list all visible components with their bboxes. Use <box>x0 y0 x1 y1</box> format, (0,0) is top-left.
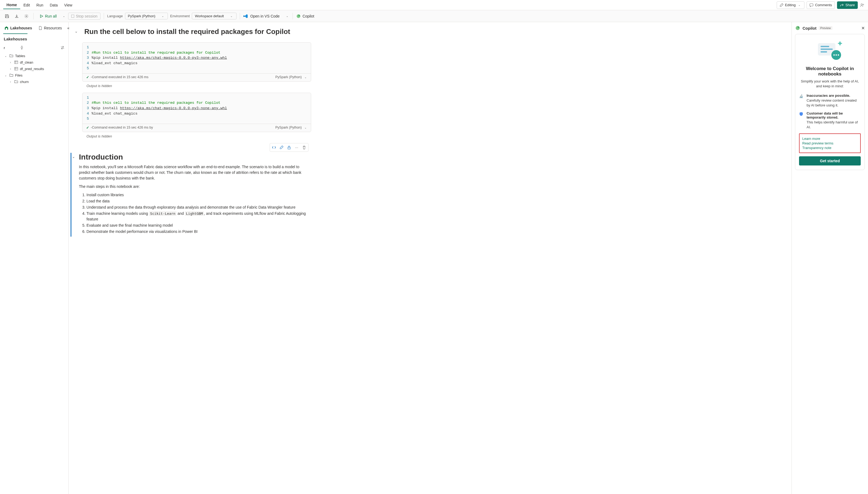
edit-cell-button[interactable] <box>278 144 285 151</box>
output-hidden-label[interactable]: Output is hidden <box>86 84 311 88</box>
sidebar-tab-resources[interactable]: Resources <box>37 24 63 32</box>
vscode-label: Open in VS Code <box>250 14 280 18</box>
collapse-cell-button[interactable]: ⌄ <box>75 29 78 37</box>
menu-edit[interactable]: Edit <box>20 1 33 9</box>
code-content[interactable]: #Run this cell to install the required p… <box>92 45 227 71</box>
close-copilot-button[interactable]: ✕ <box>861 25 865 31</box>
chevron-down-icon: ⌄ <box>797 3 802 6</box>
delete-cell-button[interactable] <box>301 144 308 151</box>
comments-button[interactable]: Comments <box>807 1 835 9</box>
tree-df-clean[interactable]: › df_clean <box>2 59 66 65</box>
status-text: -Command executed in 15 sec 426 ms <box>91 75 149 79</box>
tree-df-pred[interactable]: › df_pred_results <box>2 65 66 72</box>
status-text: -Command executed in 15 sec 426 ms by <box>91 126 153 129</box>
comments-label: Comments <box>815 3 832 7</box>
learn-more-link[interactable]: Learn more <box>802 137 857 141</box>
cell-language[interactable]: PySpark (Python) <box>275 75 302 79</box>
svg-point-18 <box>837 54 839 56</box>
run-all-button[interactable]: Run all <box>37 13 60 19</box>
shield-icon <box>799 111 804 129</box>
expand-icon: ⌄ <box>4 54 7 57</box>
copilot-panel: Copilot Preview ✕ Welcome to Copilot in … <box>791 22 868 494</box>
md-heading: Run the cell below to install the requir… <box>84 27 290 36</box>
expand-icon: › <box>8 61 13 64</box>
open-vscode-button[interactable]: Open in VS Code ⌄ <box>243 14 289 19</box>
expand-icon: › <box>8 68 13 70</box>
comment-icon <box>810 3 813 7</box>
settings-button[interactable] <box>23 13 30 20</box>
share-icon <box>840 3 844 7</box>
swap-icon[interactable] <box>60 45 65 50</box>
output-hidden-label[interactable]: Output is hidden <box>86 134 311 138</box>
svg-point-2 <box>863 4 864 5</box>
notebook-area[interactable]: ⌄ Run the cell below to install the requ… <box>69 22 791 494</box>
copilot-welcome-title: Welcome to Copilot in notebooks <box>799 66 861 77</box>
menu-home[interactable]: Home <box>3 1 20 9</box>
lakehouse-icon <box>4 26 8 30</box>
copilot-illustration <box>799 39 861 63</box>
tree-churn[interactable]: › churn <box>2 78 66 85</box>
collapse-cell-button[interactable]: ⌄ <box>72 154 75 236</box>
more-cell-button[interactable]: ··· <box>293 144 300 151</box>
share-button[interactable]: Share <box>837 1 858 9</box>
folder-icon <box>9 54 14 58</box>
pencil-icon <box>780 3 784 7</box>
copilot-links-box: Learn more Read preview terms Transparen… <box>799 133 861 153</box>
svg-point-1 <box>861 3 862 5</box>
download-button[interactable] <box>13 13 20 20</box>
svg-point-16 <box>833 54 834 56</box>
chevron-down-icon[interactable]: ⌄ <box>303 76 308 79</box>
tree-files[interactable]: ⌄ Files <box>2 72 66 78</box>
item-body: Carefully review content created by AI b… <box>807 98 857 107</box>
copilot-icon <box>296 14 301 19</box>
tab-label: Resources <box>44 26 62 30</box>
sidebar-filter-input[interactable] <box>4 46 17 50</box>
code-cell[interactable]: 12345 #Run this cell to install the requ… <box>82 93 311 132</box>
lock-cell-button[interactable] <box>285 144 293 151</box>
tree-label: churn <box>20 80 29 84</box>
expand-icon: › <box>8 80 13 83</box>
svg-rect-4 <box>72 15 74 18</box>
editing-label: Editing <box>785 3 796 7</box>
check-icon: ✓ <box>86 126 89 130</box>
code-cell[interactable]: 12345 #Run this cell to install the requ… <box>82 42 311 82</box>
transparency-note-link[interactable]: Transparency note <box>802 146 857 150</box>
sidebar-tab-lakehouses[interactable]: Lakehouses <box>3 24 33 32</box>
svg-rect-6 <box>6 28 7 30</box>
stop-session-button[interactable]: Stop session <box>68 13 100 20</box>
get-started-button[interactable]: Get started <box>799 156 861 166</box>
code-toggle-button[interactable] <box>271 144 277 151</box>
language-select[interactable]: PySpark (Python) ⌄ <box>125 13 168 19</box>
sidebar: Lakehouses Resources « Lakehouses ⌄ Tabl… <box>0 22 69 494</box>
svg-rect-13 <box>821 49 833 50</box>
folder-icon <box>9 73 14 77</box>
menu-data[interactable]: Data <box>46 1 61 9</box>
menu-view[interactable]: View <box>61 1 75 9</box>
pin-icon[interactable] <box>20 46 24 50</box>
svg-rect-14 <box>821 51 827 53</box>
environment-select[interactable]: Workspace default ⌄ <box>192 13 236 19</box>
preview-terms-link[interactable]: Read preview terms <box>802 141 857 145</box>
svg-point-17 <box>835 54 837 56</box>
chevron-down-icon[interactable]: ⌄ <box>303 126 308 129</box>
tree-label: df_pred_results <box>20 67 44 71</box>
folder-icon <box>14 79 18 84</box>
menu-run[interactable]: Run <box>33 1 46 9</box>
markdown-cell[interactable]: Introduction In this notebook, you'll se… <box>79 153 311 236</box>
tree-tables[interactable]: ⌄ Tables <box>2 53 66 59</box>
tab-label: Lakehouses <box>10 26 32 30</box>
copilot-toolbar-button[interactable]: Copilot <box>296 14 314 19</box>
stop-label: Stop session <box>76 14 98 18</box>
list-item: Evaluate and save the final machine lear… <box>86 223 311 228</box>
intro-paragraph: In this notebook, you'll see a Microsoft… <box>79 164 311 181</box>
svg-rect-12 <box>821 46 829 47</box>
code-content[interactable]: #Run this cell to install the required p… <box>92 95 227 121</box>
table-icon <box>14 60 18 64</box>
editing-mode-button[interactable]: Editing ⌄ <box>777 1 805 9</box>
run-dropdown[interactable]: ⌄ <box>62 15 66 18</box>
save-button[interactable] <box>3 13 11 20</box>
list-item: Demonstrate the model performance via vi… <box>86 229 311 234</box>
copilot-title: Copilot <box>803 26 816 31</box>
cell-language[interactable]: PySpark (Python) <box>275 126 302 129</box>
presence-button[interactable] <box>860 3 865 7</box>
